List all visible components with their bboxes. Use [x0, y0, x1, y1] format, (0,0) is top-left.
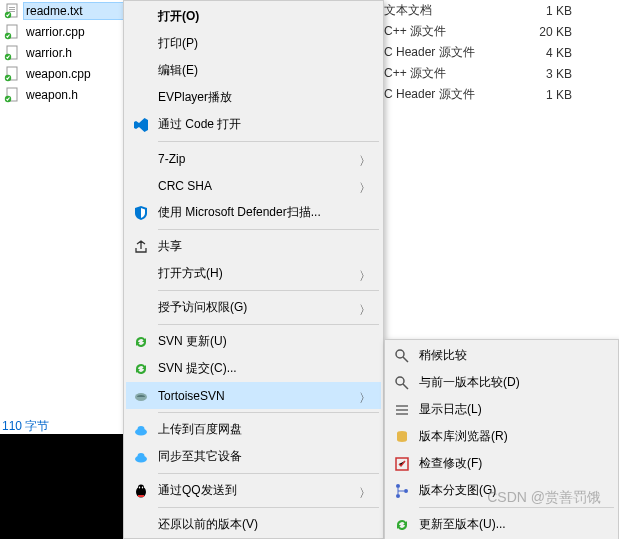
chevron-right-icon: 〉	[359, 390, 371, 407]
svg-rect-2	[9, 9, 15, 10]
svg-point-31	[404, 489, 408, 493]
svg-rect-25	[396, 409, 408, 411]
menu-qq-send[interactable]: 通过QQ发送到 〉	[126, 477, 381, 504]
menu-defender-scan[interactable]: 使用 Microsoft Defender扫描...	[126, 199, 381, 226]
check-mods-icon	[393, 455, 411, 473]
menu-crc-sha[interactable]: CRC SHA〉	[126, 172, 381, 199]
menu-open-with-code[interactable]: 通过 Code 打开	[126, 111, 381, 138]
context-menu: 打开(O) 打印(P) 编辑(E) EVPlayer播放 通过 Code 打开 …	[123, 0, 384, 539]
separator	[158, 229, 379, 230]
separator	[419, 507, 614, 508]
file-name: warrior.h	[24, 45, 124, 61]
svg-point-22	[396, 350, 404, 358]
svg-point-15	[138, 426, 145, 432]
file-name: weapon.h	[24, 87, 124, 103]
chevron-right-icon: 〉	[359, 485, 371, 502]
menu-show-log[interactable]: 显示日志(L)	[387, 396, 616, 423]
file-icon	[4, 87, 20, 103]
rev-graph-icon	[393, 482, 411, 500]
chevron-right-icon: 〉	[359, 268, 371, 285]
menu-svn-update[interactable]: SVN 更新(U)	[126, 328, 381, 355]
file-type: C Header 源文件	[384, 44, 524, 61]
svg-rect-24	[396, 405, 408, 407]
shield-icon	[132, 204, 150, 222]
menu-print[interactable]: 打印(P)	[126, 30, 381, 57]
menu-restore-previous[interactable]: 还原以前的版本(V)	[126, 511, 381, 538]
chevron-right-icon: 〉	[359, 302, 371, 319]
file-name: readme.txt	[24, 3, 124, 19]
svg-point-17	[138, 453, 145, 459]
menu-baidu-upload[interactable]: 上传到百度网盘	[126, 416, 381, 443]
tortoise-icon	[132, 387, 150, 405]
menu-repo-browser[interactable]: 版本库浏览器(R)	[387, 423, 616, 450]
menu-grant-access[interactable]: 授予访问权限(G)〉	[126, 294, 381, 321]
menu-diff-prev[interactable]: 与前一版本比较(D)	[387, 369, 616, 396]
menu-check-mods[interactable]: 检查修改(F)	[387, 450, 616, 477]
file-icon	[4, 24, 20, 40]
file-type: 文本文档	[384, 2, 524, 19]
file-name: warrior.cpp	[24, 24, 124, 40]
svg-point-21	[142, 487, 143, 489]
svg-rect-1	[9, 7, 15, 8]
menu-revision-graph[interactable]: 版本分支图(G)	[387, 477, 616, 504]
menu-share[interactable]: 共享	[126, 233, 381, 260]
menu-open[interactable]: 打开(O)	[126, 3, 381, 30]
file-size: 1 KB	[524, 88, 584, 102]
file-icon	[4, 3, 20, 19]
separator	[158, 141, 379, 142]
qq-icon	[132, 482, 150, 500]
status-bytes: 110 字节	[2, 418, 49, 435]
file-type: C Header 源文件	[384, 86, 524, 103]
menu-svn-commit[interactable]: SVN 提交(C)...	[126, 355, 381, 382]
share-icon	[132, 238, 150, 256]
separator	[158, 324, 379, 325]
diff-prev-icon	[393, 374, 411, 392]
update-rev-icon	[393, 516, 411, 534]
diff-icon	[393, 347, 411, 365]
file-name: weapon.cpp	[24, 66, 124, 82]
svn-update-icon	[132, 333, 150, 351]
svg-rect-26	[396, 413, 408, 415]
file-icon	[4, 66, 20, 82]
menu-7zip[interactable]: 7-Zip〉	[126, 145, 381, 172]
tortoisesvn-submenu: 稍候比较 与前一版本比较(D) 显示日志(L) 版本库浏览器(R) 检查修改(F…	[384, 339, 619, 539]
svg-point-23	[396, 377, 404, 385]
log-icon	[393, 401, 411, 419]
menu-update-to-rev[interactable]: 更新至版本(U)...	[387, 511, 616, 538]
baidu-cloud-icon	[132, 421, 150, 439]
file-type: C++ 源文件	[384, 23, 524, 40]
vscode-icon	[132, 116, 150, 134]
separator	[158, 412, 379, 413]
file-size: 20 KB	[524, 25, 584, 39]
separator	[158, 473, 379, 474]
menu-diff-later[interactable]: 稍候比较	[387, 342, 616, 369]
file-size: 4 KB	[524, 46, 584, 60]
separator	[158, 507, 379, 508]
preview-pane	[0, 434, 123, 539]
menu-edit[interactable]: 编辑(E)	[126, 57, 381, 84]
repo-browser-icon	[393, 428, 411, 446]
svg-point-29	[396, 484, 400, 488]
file-icon	[4, 45, 20, 61]
menu-evplayer[interactable]: EVPlayer播放	[126, 84, 381, 111]
menu-tortoisesvn[interactable]: TortoiseSVN 〉	[126, 382, 381, 409]
svg-point-20	[139, 487, 140, 489]
file-type: C++ 源文件	[384, 65, 524, 82]
menu-open-with[interactable]: 打开方式(H)〉	[126, 260, 381, 287]
menu-sync-devices[interactable]: 同步至其它设备	[126, 443, 381, 470]
file-size: 1 KB	[524, 4, 584, 18]
chevron-right-icon: 〉	[359, 180, 371, 197]
svn-commit-icon	[132, 360, 150, 378]
baidu-sync-icon	[132, 448, 150, 466]
svg-point-30	[396, 494, 400, 498]
chevron-right-icon: 〉	[359, 153, 371, 170]
svg-rect-3	[9, 11, 15, 12]
separator	[158, 290, 379, 291]
file-size: 3 KB	[524, 67, 584, 81]
